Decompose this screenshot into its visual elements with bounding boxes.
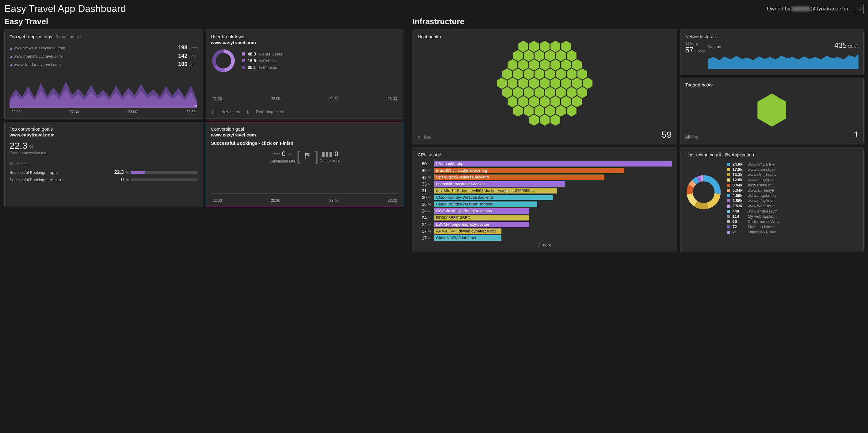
tagged-host-hexagon: [757, 93, 786, 127]
tile-user-breakdown[interactable]: User breakdown www.easytravel.com 48.3 %…: [206, 29, 404, 119]
network-volume-sparkline: [708, 50, 859, 69]
conversion-chart-area: [211, 164, 399, 197]
tile-host-health[interactable]: Host health All fine 59: [412, 29, 677, 144]
legend-name: www.angular.ea: [748, 193, 776, 198]
legend-row[interactable]: 5.34kwww.aix.easytr: [727, 188, 859, 193]
host-hexagon[interactable]: [551, 114, 560, 126]
volume-unit: Mbit/s: [848, 44, 859, 49]
host-health-count: 59: [661, 129, 672, 140]
legend-value: 114: [733, 214, 745, 219]
cpu-row[interactable]: 24 %RD0003FF813BED: [418, 214, 672, 221]
axis-tick: 22:30: [330, 96, 339, 101]
app-value: 198: [178, 45, 188, 51]
tile-title: Conversion goal: [211, 126, 399, 132]
app-row[interactable]: ◢www.cloud.easytravel.com106 / min: [9, 60, 197, 68]
legend-row[interactable]: 90PerformanceWe…: [727, 219, 859, 224]
legend-row[interactable]: 12.6kwww.easytrave: [727, 177, 859, 182]
axis-tick: 22:00: [213, 198, 222, 203]
dashboard-menu-button[interactable]: ⋯: [854, 4, 864, 14]
legend-row[interactable]: 8.44keasyTravel m…: [727, 182, 859, 188]
app-row[interactable]: ◢www.vmware.easytravel.com198 / min: [9, 44, 197, 52]
legend-row[interactable]: 13.3kwww.cloud.easy: [727, 172, 859, 177]
cpu-bar: CloudFoundry-WeatherBackend: [434, 195, 553, 200]
legend-value: 449: [733, 209, 745, 213]
tile-tagged-hosts[interactable]: Tagged hosts All fine 1: [680, 78, 864, 144]
tile-cpu-usage[interactable]: CPU usage 60 %LB-apache-php48 %lr-aix-l0…: [412, 147, 677, 252]
tile-top-web-apps[interactable]: Top web applications | 3 most active ◢ww…: [4, 29, 203, 119]
cpu-pct: 26 %: [418, 202, 431, 207]
legend-row[interactable]: 72Madison Island: [727, 224, 859, 229]
tile-title: Host health: [418, 34, 672, 39]
swatch-icon: [727, 231, 730, 234]
goal-row[interactable]: Successful Bookings - click o…0%: [9, 176, 197, 183]
cpu-row[interactable]: 30 %CloudFoundry-WeatherBackend: [418, 194, 672, 201]
legend-row[interactable]: 24.9kwww.vmware.e: [727, 162, 859, 167]
tile-conversion-goal[interactable]: Conversion goal www.easytravel.com Succe…: [206, 122, 404, 207]
cpu-row[interactable]: 24 %CCA-docker-node-nginx-mesos: [418, 208, 672, 214]
cpu-more-link[interactable]: 3 more: [418, 242, 672, 248]
legend-new-users: New users: [221, 110, 240, 114]
legend-row[interactable]: 4.59kwww.angular.ea: [727, 193, 859, 198]
legend-row[interactable]: 17.8kwww.openstack: [727, 167, 859, 172]
host-health-status: All fine: [418, 135, 431, 140]
legend-row[interactable]: 2.51kwww.weather.e: [727, 203, 859, 208]
cpu-row[interactable]: 24 %LBVM-mongo-haproxy-docker: [418, 221, 672, 228]
swatch-icon: [242, 59, 245, 62]
goal-row[interactable]: Successful Bookings - op…22.3%: [9, 169, 197, 176]
tile-title: Top web applications: [9, 34, 52, 39]
cpu-row[interactable]: 43 %OpenStack-BusinessBackend: [418, 174, 672, 181]
swatch-icon: [727, 205, 730, 208]
legend-row[interactable]: 449www.amp.easytr: [727, 208, 859, 214]
tile-user-action-count[interactable]: User action count - By Application 24.9k…: [680, 147, 864, 252]
cpu-row[interactable]: 33 %openshift-easytravel-docker: [418, 181, 672, 187]
host-hexagon[interactable]: [567, 105, 577, 117]
svg-rect-8: [308, 154, 309, 155]
legend-name: www.easytrave: [748, 178, 775, 182]
legend-row[interactable]: 3.58kwww.easytrave: [727, 198, 859, 203]
chart-x-axis: 22:0022:3023:0023:30: [9, 110, 197, 114]
completions-value: 0: [334, 150, 338, 157]
app-name: www.opensta…ytravel.com: [14, 54, 62, 59]
legend-name: www.weather.e: [748, 204, 775, 208]
legend-name: www.cloud.easy: [748, 172, 776, 177]
swatch-icon: [727, 168, 730, 171]
legend-name: My web applic…: [748, 214, 777, 219]
axis-tick: 22:30: [271, 198, 280, 203]
legend-returning-users: Returning users: [256, 110, 284, 114]
cpu-row[interactable]: 26 %CloudFoundry-WeatherFrontend: [418, 201, 672, 208]
axis-tick: 21:30: [213, 96, 222, 101]
swatch-icon: [727, 178, 730, 181]
cpu-bar: CCA-docker-node-nginx-mesos: [434, 208, 529, 214]
cpu-row[interactable]: 17 %APM-ET-MF.dtwlab.dynatrace.org: [418, 228, 672, 235]
host-hexagon[interactable]: [529, 114, 539, 126]
cpu-row[interactable]: 31 %dev-k8s-1-15-demo-vvl663-docker-work…: [418, 187, 672, 194]
app-row[interactable]: ◢www.opensta…ytravel.com142 / min: [9, 52, 197, 60]
swatch-icon: [727, 220, 730, 223]
tile-subtitle: www.easytravel.com: [211, 40, 399, 45]
legend-value: 5.34k: [733, 188, 745, 193]
user-breakdown-bars: [211, 77, 399, 95]
app-name: www.cloud.easytravel.com: [14, 62, 61, 67]
chart-x-axis: 21:3022:0022:3023:00: [211, 96, 399, 101]
cpu-row[interactable]: 48 %lr-aix-l08.ci.lab.dynatrace.org: [418, 167, 672, 174]
tile-top-conversion-goals[interactable]: Top conversion goals www.easytravel.com …: [4, 122, 203, 207]
tile-network-status[interactable]: Network status Talkers 57 Hosts Volume 4…: [680, 29, 864, 75]
volume-value: 435: [834, 41, 846, 49]
legend-name: www.vmware.e: [748, 162, 775, 167]
legend-value: 17.8k: [733, 167, 745, 172]
tile-subtitle: www.easytravel.com: [211, 132, 399, 137]
tile-subtitle: | 3 most active: [53, 34, 81, 39]
host-hexagon[interactable]: [540, 114, 550, 126]
host-hexagon[interactable]: [513, 105, 523, 117]
user-breakdown-legend: 48.3 % Real users16.6 % Robots35.1 % Mon…: [242, 50, 282, 72]
legend-row[interactable]: 114My web applic…: [727, 214, 859, 219]
cpu-pct: 24 %: [418, 215, 431, 220]
legend-row[interactable]: 21Office365 Portal: [727, 229, 859, 235]
cpu-row[interactable]: 60 %LB-apache-php: [418, 161, 672, 167]
axis-tick: 22:00: [271, 96, 280, 101]
cpu-pct: 30 %: [418, 195, 431, 200]
swatch-icon: [727, 215, 730, 218]
axis-tick: 23:30: [388, 198, 397, 203]
section-title-infrastructure: Infrastructure: [412, 17, 864, 26]
cpu-row[interactable]: 17 %Citrix-A-VDA2.lab2.net: [418, 235, 672, 241]
